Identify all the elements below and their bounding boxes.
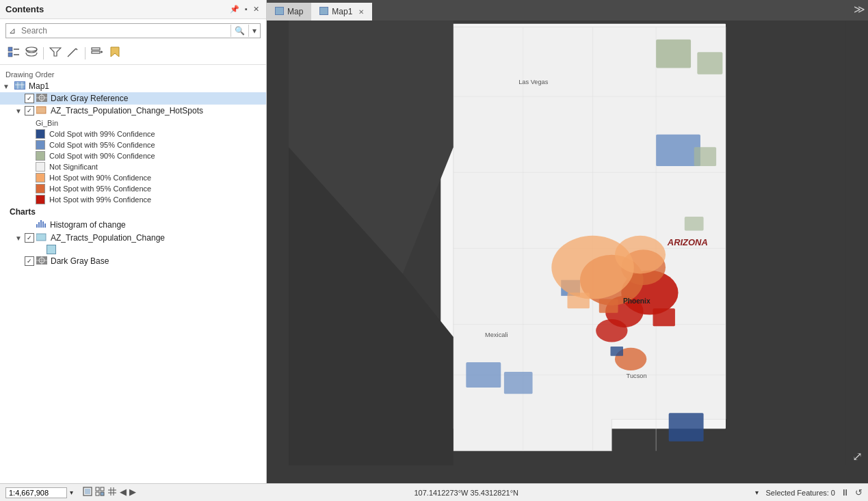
svg-line-7 <box>76 49 77 50</box>
prev-extent-icon[interactable]: ▶ <box>129 487 136 498</box>
checkbox-az-hotspots[interactable] <box>25 106 34 116</box>
checkbox-dark-gray-base[interactable] <box>25 256 34 266</box>
search-chevron[interactable]: ▾ <box>248 25 260 37</box>
expand-arrow-az-pop[interactable]: ▼ <box>15 234 25 242</box>
svg-rect-35 <box>276 8 283 14</box>
svg-marker-5 <box>50 48 61 56</box>
layer-item-dark-gray-base[interactable]: ▶ Dark Gray Base <box>0 255 266 267</box>
expand-arrow-dark-gray-base: ▶ <box>15 258 25 265</box>
edit-icon[interactable] <box>65 45 81 62</box>
svg-rect-82 <box>101 492 104 496</box>
tab-map[interactable]: Map <box>267 3 311 21</box>
map-area: Map Map1 ✕ ≫ <box>267 0 868 483</box>
swatch-cold90 <box>36 151 45 161</box>
expand-arrow-az-hotspots[interactable]: ▼ <box>15 107 25 115</box>
svg-rect-69 <box>610 347 623 356</box>
toolbar-separator-1 <box>43 47 44 59</box>
label-hot90: Hot Spot with 90% Confidence <box>49 174 151 182</box>
svg-rect-23 <box>36 107 46 113</box>
feature-layer-icon <box>36 106 49 116</box>
grid-icon[interactable] <box>107 487 117 498</box>
swatch-not-sig <box>36 162 45 172</box>
svg-text:ARIZONA: ARIZONA <box>667 237 708 247</box>
layer-item-dark-gray-ref[interactable]: ▶ Dark Gray Reference <box>0 92 266 105</box>
refresh-icon[interactable]: ↺ <box>855 487 863 498</box>
chart-histogram-label: Histogram of change <box>50 220 126 230</box>
label-hot99: Hot Spot with 99% Confidence <box>49 195 151 204</box>
next-extent-icon[interactable]: ◀ <box>120 487 127 498</box>
svg-point-59 <box>596 319 627 342</box>
svg-rect-10 <box>92 51 100 53</box>
layer-tree: Drawing Order ▼ Map1 ▶ Dark Gray Referen… <box>0 65 266 483</box>
svg-point-4 <box>26 47 37 51</box>
filter-layers-icon[interactable] <box>47 45 64 62</box>
svg-rect-53 <box>656 135 700 166</box>
search-dropdown-arrow[interactable]: 🔍 <box>231 25 248 37</box>
coordinates-display: 107.1412273°W 35.4312821°N <box>143 489 789 497</box>
add-layer-icon[interactable] <box>89 45 105 62</box>
svg-rect-1 <box>8 53 12 57</box>
toolbar-separator-2 <box>85 47 86 59</box>
pin-icon[interactable]: 📌 <box>228 3 241 15</box>
chart-histogram[interactable]: Histogram of change <box>0 217 266 232</box>
scale-input[interactable] <box>5 487 67 498</box>
dock-icon[interactable]: ▪ <box>244 3 249 15</box>
label-not-sig: Not Significant <box>49 163 98 171</box>
swatch-hot90 <box>36 173 45 182</box>
svg-line-8 <box>68 55 69 57</box>
zoom-to-extent-icon[interactable] <box>83 487 92 498</box>
map-tab-bar: Map Map1 ✕ ≫ <box>267 0 868 21</box>
map-tab-map1-icon <box>319 7 328 16</box>
svg-rect-29 <box>36 234 46 241</box>
expand-arrow-map1[interactable]: ▼ <box>3 83 12 90</box>
svg-rect-78 <box>85 489 90 494</box>
svg-text:Mexicali: Mexicali <box>485 331 508 338</box>
svg-text:Las Vegas: Las Vegas <box>518 79 549 85</box>
az-pop-swatch-row <box>0 244 266 255</box>
tab-map1[interactable]: Map1 ✕ <box>311 3 372 21</box>
svg-rect-0 <box>8 47 12 51</box>
drawing-order-label: Drawing Order <box>0 68 266 80</box>
svg-rect-26 <box>40 220 42 228</box>
data-sources-icon[interactable] <box>23 45 40 62</box>
search-input[interactable] <box>18 24 231 38</box>
fixed-zoom-icon[interactable] <box>95 487 105 498</box>
histogram-icon <box>36 219 47 230</box>
checkbox-dark-gray-ref[interactable] <box>25 94 34 103</box>
map-expand-icon[interactable]: ⤢ <box>852 449 863 464</box>
map1-label: Map1 <box>29 81 49 91</box>
layer-item-map1[interactable]: ▼ Map1 <box>0 80 266 92</box>
svg-rect-70 <box>694 147 716 166</box>
search-box: ⊿ 🔍 ▾ <box>5 23 261 38</box>
svg-text:Tucson: Tucson <box>627 373 647 379</box>
swatch-hot95 <box>36 184 45 193</box>
legend-cold99: Cold Spot with 99% Confidence <box>0 128 266 139</box>
layer-item-az-pop[interactable]: ▼ AZ_Tracts_Population_Change <box>0 232 266 244</box>
pause-icon[interactable]: ⏸ <box>841 487 850 498</box>
map-svg: Las Vegas Mexicali Phoenix Tucson ARIZON… <box>267 21 868 465</box>
list-view-icon[interactable] <box>5 45 22 62</box>
legend-cold90: Cold Spot with 90% Confidence <box>0 150 266 161</box>
close-icon[interactable]: ✕ <box>252 3 261 15</box>
svg-rect-58 <box>653 308 675 326</box>
swatch-cold99 <box>36 129 45 139</box>
scale-tools: ◀ ▶ <box>83 487 136 498</box>
svg-line-6 <box>69 49 76 55</box>
status-right: Selected Features: 0 ⏸ ↺ <box>765 487 863 498</box>
legend-cold95: Cold Spot with 95% Confidence <box>0 139 266 150</box>
svg-rect-52 <box>697 52 722 74</box>
scale-dropdown-arrow[interactable]: ▾ <box>70 489 73 496</box>
filter-icon: ⊿ <box>6 25 18 37</box>
checkbox-az-pop[interactable] <box>25 233 34 243</box>
svg-rect-62 <box>599 299 618 312</box>
layer-item-az-hotspots[interactable]: ▼ AZ_Tracts_Population_Change_HotSpots <box>0 105 266 117</box>
svg-rect-55 <box>669 413 704 442</box>
map-icon <box>14 81 27 91</box>
az-pop-swatch <box>47 245 56 254</box>
map-expander-icon[interactable]: ≫ <box>854 3 865 16</box>
tab-map1-close[interactable]: ✕ <box>358 8 364 16</box>
bookmark-icon[interactable] <box>107 45 123 62</box>
svg-rect-51 <box>656 40 691 68</box>
coords-dropdown[interactable]: ▾ <box>755 489 759 496</box>
svg-rect-71 <box>685 217 704 230</box>
